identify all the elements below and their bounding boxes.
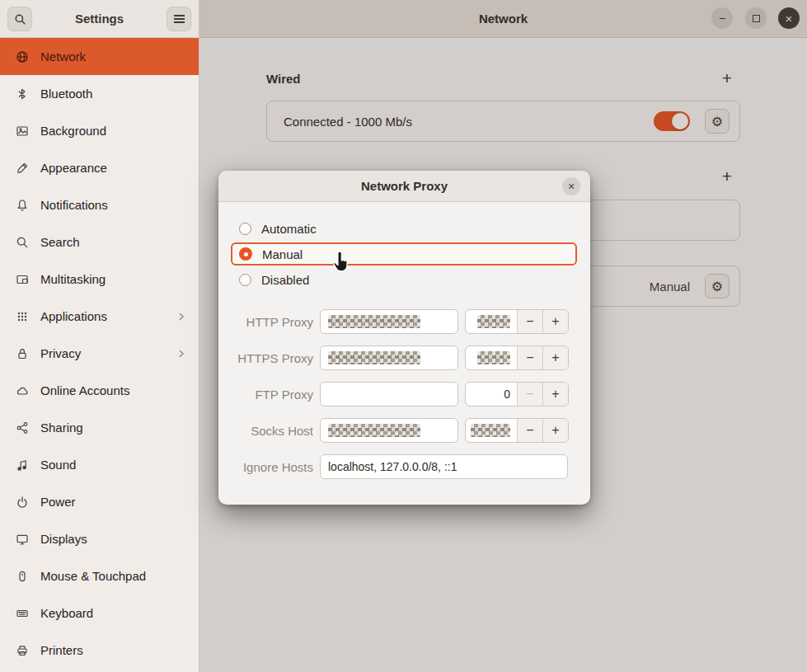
network-proxy-dialog: Network Proxy × Automatic Manual Disable… xyxy=(218,171,590,505)
lock-icon xyxy=(16,347,29,360)
sidebar-item-label: Printers xyxy=(40,643,83,657)
sidebar-item-appearance[interactable]: Appearance xyxy=(0,149,199,186)
spin-minus-button[interactable]: − xyxy=(517,346,542,369)
search-button[interactable] xyxy=(7,7,32,31)
sidebar-item-online-accounts[interactable]: Online Accounts xyxy=(0,372,199,409)
sidebar-item-sharing[interactable]: Sharing xyxy=(0,409,199,446)
option-label: Manual xyxy=(262,247,303,261)
redacted-port-value xyxy=(477,315,510,328)
cloud-icon xyxy=(16,384,29,397)
chevron-right-icon xyxy=(176,311,187,322)
printer-icon xyxy=(16,644,29,657)
close-icon: × xyxy=(568,180,575,193)
socks-port-spinner: − + xyxy=(465,418,569,443)
ignore-hosts-value: localhost, 127.0.0.0/8, ::1 xyxy=(328,460,457,473)
socks-host-input[interactable] xyxy=(320,418,458,443)
https-proxy-row: HTTPS Proxy − + xyxy=(231,345,577,370)
dialog-close-button[interactable]: × xyxy=(562,177,580,195)
option-label: Automatic xyxy=(261,222,317,236)
display-icon xyxy=(16,533,29,546)
sidebar-item-keyboard[interactable]: Keyboard xyxy=(0,594,199,632)
sidebar-item-mouse-touchpad[interactable]: Mouse & Touchpad xyxy=(0,557,199,594)
socks-host-row: Socks Host − + xyxy=(231,418,577,443)
https-port-spinner: − + xyxy=(465,345,569,370)
sidebar-item-sound[interactable]: Sound xyxy=(0,446,199,483)
radio-unchecked-icon[interactable] xyxy=(239,223,251,235)
http-proxy-input[interactable] xyxy=(320,309,458,334)
proxy-form: HTTP Proxy − + HTTPS Proxy − + xyxy=(231,309,577,479)
ftp-proxy-input[interactable] xyxy=(320,382,458,406)
option-label: Disabled xyxy=(261,273,309,287)
sidebar-item-displays[interactable]: Displays xyxy=(0,520,199,557)
plus-icon: + xyxy=(551,423,559,438)
redacted-host-value xyxy=(328,351,420,364)
globe-icon xyxy=(16,50,29,63)
sidebar-item-label: Power xyxy=(40,495,76,509)
spin-minus-button[interactable]: − xyxy=(517,310,542,333)
https-proxy-input[interactable] xyxy=(320,345,458,370)
power-icon xyxy=(16,496,29,509)
sidebar-item-bluetooth[interactable]: Bluetooth xyxy=(0,75,199,112)
plus-icon: + xyxy=(551,314,559,329)
menu-button[interactable] xyxy=(167,7,191,31)
http-proxy-label: HTTP Proxy xyxy=(231,315,313,329)
proxy-option-automatic[interactable]: Automatic xyxy=(231,219,577,238)
spin-plus-button[interactable]: + xyxy=(542,346,568,369)
sidebar-item-label: Online Accounts xyxy=(40,383,129,397)
sidebar-item-label: Displays xyxy=(40,532,87,546)
port-number: 0 xyxy=(504,388,510,401)
sidebar-item-label: Network xyxy=(40,49,86,63)
sidebar-item-power[interactable]: Power xyxy=(0,483,199,520)
apps-grid-icon xyxy=(16,310,29,323)
ignore-hosts-input[interactable]: localhost, 127.0.0.0/8, ::1 xyxy=(320,454,568,479)
dialog-header: Network Proxy × xyxy=(218,171,590,202)
sidebar-item-label: Sharing xyxy=(40,421,83,435)
http-port-spinner: − + xyxy=(465,309,569,334)
sidebar-item-applications[interactable]: Applications xyxy=(0,298,199,335)
spin-minus-button[interactable]: − xyxy=(517,419,542,442)
hamburger-icon xyxy=(174,18,185,20)
http-port-value[interactable] xyxy=(466,310,517,333)
sidebar-item-label: Mouse & Touchpad xyxy=(40,569,146,583)
socks-port-value[interactable] xyxy=(466,419,517,442)
sidebar-item-background[interactable]: Background xyxy=(0,112,199,149)
sidebar-item-search[interactable]: Search xyxy=(0,223,199,261)
https-proxy-label: HTTPS Proxy xyxy=(231,351,313,365)
https-port-value[interactable] xyxy=(466,346,517,369)
sidebar-item-label: Notifications xyxy=(40,198,108,212)
radio-unchecked-icon[interactable] xyxy=(239,274,251,286)
sidebar-item-multitasking[interactable]: Multitasking xyxy=(0,261,199,298)
radio-checked-icon[interactable] xyxy=(239,247,252,261)
minus-icon: − xyxy=(526,314,533,329)
dialog-title: Network Proxy xyxy=(361,179,448,193)
bluetooth-icon xyxy=(16,87,29,101)
sidebar-item-notifications[interactable]: Notifications xyxy=(0,186,199,223)
share-icon xyxy=(16,421,29,435)
spin-minus-button[interactable]: − xyxy=(517,383,542,406)
sidebar-item-network[interactable]: Network xyxy=(0,38,199,75)
background-icon xyxy=(16,125,29,138)
ignore-hosts-row: Ignore Hosts localhost, 127.0.0.0/8, ::1 xyxy=(231,454,577,479)
ftp-port-value[interactable]: 0 xyxy=(466,383,517,406)
redacted-port-value xyxy=(471,424,510,437)
sidebar-titlebar: Settings xyxy=(0,0,199,38)
minus-icon: − xyxy=(526,350,533,365)
settings-window: Settings Network Bluetooth Background Ap… xyxy=(0,0,807,672)
spin-plus-button[interactable]: + xyxy=(542,310,568,333)
dialog-body: Automatic Manual Disabled HTTP Proxy − + xyxy=(218,202,590,479)
multitasking-icon xyxy=(16,273,29,286)
minus-icon: − xyxy=(526,387,533,402)
ftp-proxy-label: FTP Proxy xyxy=(231,388,313,402)
chevron-right-icon xyxy=(176,348,187,359)
sidebar-item-label: Keyboard xyxy=(40,606,93,620)
spin-plus-button[interactable]: + xyxy=(542,419,568,442)
proxy-option-manual[interactable]: Manual xyxy=(231,242,577,266)
sidebar-item-privacy[interactable]: Privacy xyxy=(0,335,199,372)
redacted-host-value xyxy=(328,424,420,437)
sidebar-list: Network Bluetooth Background Appearance … xyxy=(0,38,199,672)
sidebar-item-label: Bluetooth xyxy=(40,87,92,101)
minus-icon: − xyxy=(526,423,533,438)
sidebar-item-printers[interactable]: Printers xyxy=(0,632,199,669)
proxy-option-disabled[interactable]: Disabled xyxy=(231,270,577,289)
spin-plus-button[interactable]: + xyxy=(542,383,568,406)
